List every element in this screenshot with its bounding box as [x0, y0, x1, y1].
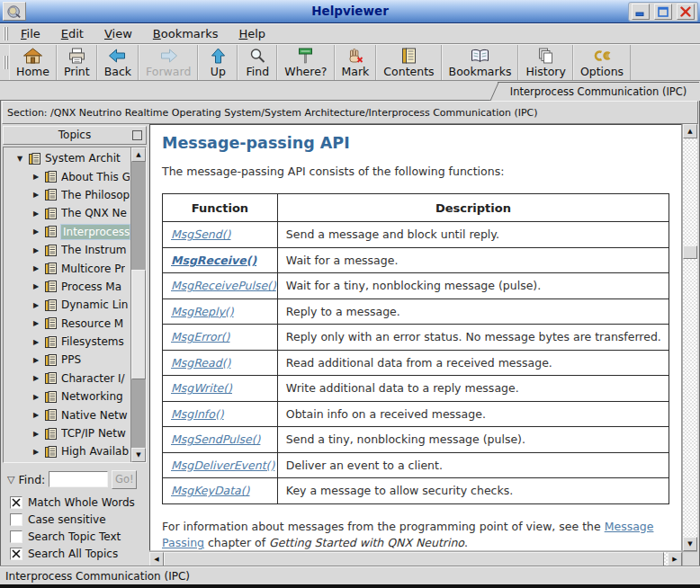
scroll-right-icon[interactable]: ▶ [668, 552, 682, 566]
tree-item-the-qnx-ne[interactable]: ▶The QNX Ne [4, 204, 130, 222]
checkbox-search-all-topics[interactable]: Search All Topics [10, 546, 147, 563]
history-button[interactable]: History [518, 45, 572, 80]
tree-item-character-i[interactable]: ▶Character I/ [4, 370, 130, 388]
triangle-right-icon[interactable]: ▶ [33, 411, 44, 419]
find-input[interactable] [49, 471, 108, 487]
triangle-right-icon[interactable]: ▶ [33, 282, 44, 290]
window-title: Helpviewer [0, 0, 700, 22]
function-link[interactable]: MsgReceivePulse() [171, 279, 276, 292]
triangle-right-icon[interactable]: ▶ [33, 393, 44, 401]
book-icon [44, 445, 58, 459]
function-link[interactable]: MsgSend() [171, 227, 230, 241]
triangle-right-icon[interactable]: ▶ [33, 319, 44, 327]
function-description: Deliver an event to a client. [277, 452, 669, 478]
checkbox-case-sensitive[interactable]: Case sensitive [10, 511, 147, 528]
triangle-right-icon[interactable]: ▶ [33, 356, 44, 364]
tab-interprocess-communication[interactable]: Interprocess Communication (IPC) [498, 82, 699, 101]
function-link[interactable]: MsgReceive() [171, 254, 256, 267]
back-button[interactable]: Back [97, 45, 139, 80]
checkbox-match-whole-words[interactable]: Match Whole Words [10, 494, 147, 511]
triangle-right-icon[interactable]: ▶ [33, 338, 44, 346]
where-button[interactable]: Where? [277, 45, 334, 80]
tree-item-interprocess[interactable]: ▶Interprocess [4, 223, 130, 241]
mark-button[interactable]: Mark [335, 45, 377, 80]
function-link[interactable]: MsgKeyData() [171, 484, 250, 497]
function-link[interactable]: MsgWrite() [171, 381, 232, 395]
scroll-down-icon[interactable]: ▼ [683, 537, 697, 551]
tree-item-networking[interactable]: ▶Networking [4, 388, 130, 405]
maximize-button[interactable] [654, 4, 672, 20]
bookmarks-button[interactable]: Bookmarks [442, 45, 519, 80]
triangle-right-icon[interactable]: ▶ [33, 246, 44, 254]
checkbox-icon[interactable] [10, 548, 22, 560]
tree-item-system-archit[interactable]: ▼System Archit [4, 149, 130, 167]
scroll-up-icon[interactable]: ▲ [683, 124, 697, 138]
triangle-down-icon[interactable]: ▼ [17, 155, 28, 163]
triangle-right-icon[interactable]: ▶ [33, 191, 44, 199]
tree-item-the-philosop[interactable]: ▶The Philosop [4, 186, 130, 204]
menu-bookmarks[interactable]: Bookmarks [153, 27, 219, 40]
menu-view[interactable]: View [104, 27, 132, 40]
tree-item-dynamic-lin[interactable]: ▶Dynamic Lin [4, 296, 130, 314]
tree-item-high-availab[interactable]: ▶High Availab [4, 442, 130, 460]
horizontal-scrollbar[interactable]: ◀ ▶ [149, 551, 682, 566]
triangle-right-icon[interactable]: ▶ [33, 227, 44, 236]
checkbox-icon[interactable] [10, 496, 22, 509]
triangle-right-icon[interactable]: ▶ [33, 173, 44, 181]
triangle-right-icon[interactable]: ▶ [33, 430, 44, 438]
find-button[interactable]: Find [238, 45, 277, 80]
tree-item-the-instrum[interactable]: ▶The Instrum [4, 241, 130, 259]
checkbox-icon[interactable] [10, 513, 22, 526]
scroll-left-icon[interactable]: ◀ [149, 552, 164, 566]
book-icon [44, 280, 58, 293]
tree-item-resource-m[interactable]: ▶Resource M [4, 315, 130, 333]
close-button[interactable] [677, 4, 695, 20]
options-button[interactable]: Options [573, 45, 631, 80]
function-link[interactable]: MsgReply() [171, 305, 234, 318]
function-link[interactable]: MsgRead() [171, 356, 230, 370]
go-button[interactable]: Go! [112, 470, 137, 489]
tree-scrollbar[interactable]: ▲ ▼ [130, 147, 146, 462]
print-button[interactable]: Print [57, 45, 97, 80]
checkbox-icon[interactable] [10, 530, 22, 543]
tree-item-pps[interactable]: ▶PPS [4, 351, 130, 369]
triangle-right-icon[interactable]: ▶ [33, 448, 44, 456]
tree-item-tcp-ip-netw[interactable]: ▶TCP/IP Netw [4, 424, 130, 442]
up-button[interactable]: Up [198, 45, 238, 80]
detach-panel-button[interactable] [132, 130, 142, 140]
topics-tree-items: ▼System Archit▶About This G▶The Philosop… [4, 149, 130, 461]
checkbox-search-topic-text[interactable]: Search Topic Text [10, 528, 147, 545]
table-row: MsgSend()Send a message and block until … [163, 222, 669, 248]
tree-item-multicore-pr[interactable]: ▶Multicore Pr [4, 259, 130, 277]
function-link[interactable]: MsgSendPulse() [171, 432, 260, 446]
triangle-right-icon[interactable]: ▶ [33, 264, 44, 272]
hand-mark-icon [345, 48, 365, 64]
triangle-right-icon[interactable]: ▶ [33, 209, 44, 218]
menu-edit[interactable]: Edit [61, 27, 84, 40]
triangle-right-icon[interactable]: ▶ [33, 374, 44, 382]
home-button[interactable]: Home [9, 45, 57, 80]
triangle-right-icon[interactable]: ▶ [33, 301, 44, 309]
vertical-scroll-thumb[interactable] [683, 245, 697, 259]
minimize-button[interactable] [632, 4, 650, 20]
tree-item-filesystems[interactable]: ▶Filesystems [4, 333, 130, 351]
tree-item-about-this-g[interactable]: ▶About This G [4, 167, 130, 185]
menu-help[interactable]: Help [238, 27, 265, 40]
contents-button[interactable]: Contents [376, 45, 441, 80]
collapse-triangle-icon[interactable]: ▽ [7, 474, 14, 486]
tree-item-native-netw[interactable]: ▶Native Netw [4, 405, 130, 423]
horizontal-scroll-thumb[interactable] [164, 552, 664, 566]
function-link[interactable]: MsgDeliverEvent() [171, 459, 274, 472]
book-icon [44, 371, 58, 385]
function-link[interactable]: MsgError() [171, 330, 229, 343]
tree-scroll-thumb[interactable] [131, 270, 146, 379]
vertical-scrollbar[interactable]: ▲ ▼ [682, 124, 697, 551]
menu-file[interactable]: File [21, 27, 40, 40]
title-bar[interactable]: Helpviewer [0, 0, 700, 23]
book-title: Getting Started with QNX Neutrino [269, 536, 464, 549]
scroll-down-icon[interactable]: ▼ [131, 448, 146, 462]
scroll-up-icon[interactable]: ▲ [131, 147, 146, 162]
tree-item-process-ma[interactable]: ▶Process Ma [4, 278, 130, 296]
function-link[interactable]: MsgInfo() [171, 407, 224, 421]
forward-button[interactable]: Forward [139, 45, 198, 80]
